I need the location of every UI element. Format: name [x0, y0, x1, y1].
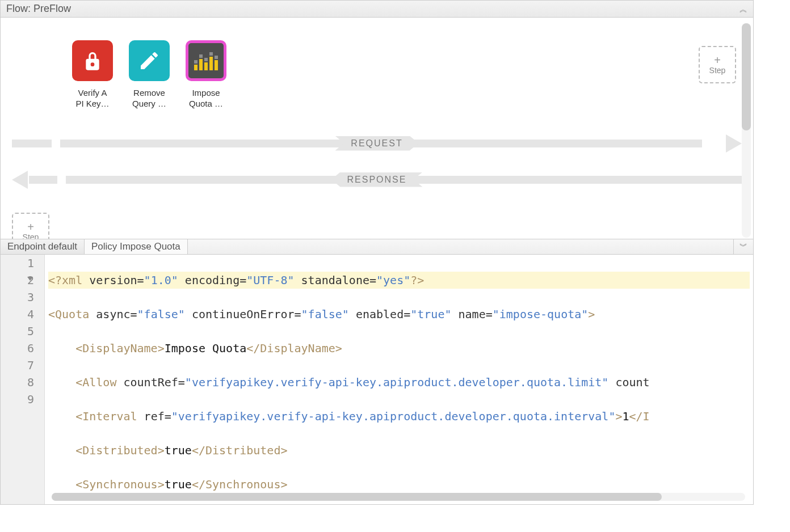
barchart-icon: [186, 40, 226, 81]
pencil-icon: [129, 40, 170, 81]
flow-title: Flow: PreFlow: [6, 3, 71, 15]
policy-label: Verify API Key…: [69, 88, 116, 109]
line-gutter: 1 2 3 4 5 6 7 8 9: [1, 255, 45, 504]
policy-label: RemoveQuery …: [125, 88, 173, 109]
flow-header: Flow: PreFlow ︽: [1, 1, 753, 18]
tab-policy[interactable]: Policy Impose Quota: [85, 239, 188, 254]
request-label: REQUEST: [335, 136, 418, 151]
collapse-icon[interactable]: ︽: [739, 7, 747, 11]
policy-verify-api-key[interactable]: Verify API Key…: [69, 40, 116, 109]
lock-icon: [72, 40, 113, 81]
request-lane: REQUEST: [12, 136, 742, 151]
plus-icon: +: [714, 54, 721, 66]
horizontal-scrollbar[interactable]: [52, 493, 745, 501]
vertical-scrollbar[interactable]: [742, 23, 751, 238]
tab-endpoint[interactable]: Endpoint default: [1, 239, 85, 254]
policy-label: ImposeQuota …: [182, 88, 230, 109]
arrow-right-icon: [726, 134, 742, 153]
scrollbar-thumb[interactable]: [52, 493, 662, 501]
add-step-request[interactable]: + Step: [699, 46, 736, 83]
fold-icon[interactable]: [27, 277, 33, 281]
add-step-response[interactable]: + Step: [12, 213, 49, 239]
plus-icon: +: [27, 221, 34, 233]
code-area[interactable]: <?xml version="1.0" encoding="UTF-8" sta…: [45, 255, 753, 504]
scrollbar-thumb[interactable]: [742, 23, 751, 130]
response-label: RESPONSE: [331, 172, 423, 187]
policy-impose-quota[interactable]: ImposeQuota …: [182, 40, 230, 109]
policies-row: Verify API Key… RemoveQuery …: [1, 18, 753, 109]
editor-tabs: Endpoint default Policy Impose Quota ︾: [1, 239, 753, 255]
response-lane: RESPONSE: [12, 172, 742, 188]
policy-remove-query[interactable]: RemoveQuery …: [125, 40, 173, 109]
code-editor[interactable]: 1 2 3 4 5 6 7 8 9 <?xml version="1.0" en…: [1, 255, 753, 504]
flow-pane: Verify API Key… RemoveQuery …: [1, 18, 753, 239]
arrow-left-icon: [12, 171, 28, 189]
app-window: Flow: PreFlow ︽ Verify API Key… RemoveQu…: [0, 0, 754, 505]
expand-icon[interactable]: ︾: [733, 239, 753, 254]
